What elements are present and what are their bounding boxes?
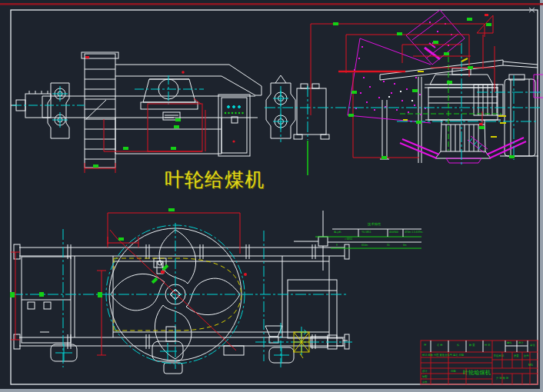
view-cross-section <box>265 10 543 175</box>
cad-drawing-canvas <box>0 0 543 392</box>
param-table-caption: 技术特性 <box>368 222 381 225</box>
titleblock-mass-label: 质量 <box>514 354 519 357</box>
titleblock-header-cell: 单件 <box>507 341 512 344</box>
cad-viewport[interactable]: 叶轮给煤机 技术特性 电动机 Y0-5851 400/600 470m 1.5-… <box>0 0 543 392</box>
titleblock-scale-label: 比例 <box>524 354 529 357</box>
param-cell: 55 <box>387 244 390 246</box>
param-cell: 470m 1.5-637m³ <box>405 231 423 233</box>
titleblock-header-cell: 总计 <box>518 341 524 344</box>
title-block-grid <box>421 341 538 384</box>
titleblock-date-label: 日期 <box>451 370 456 372</box>
titleblock-product-name: 叶轮给煤机 <box>463 370 491 376</box>
param-cell: 8 <box>336 244 338 246</box>
titleblock-sheet-info: 共 张 第 张 <box>496 377 508 379</box>
view-plan <box>10 208 352 374</box>
titleblock-header-cell: 备注 <box>530 344 535 346</box>
view-side-elevation <box>11 52 262 173</box>
titleblock-field-label: 审核 <box>422 380 428 383</box>
titleblock-header-cell: 名 称 <box>437 344 443 346</box>
param-cell: 400/600 <box>389 231 398 233</box>
titleblock-header-cell: 数 量 <box>469 344 475 346</box>
titleblock-revision-row: 标记 处数 分区 更改文件号 签名 日期 <box>422 354 464 356</box>
titleblock-stage-label: 阶段标记 <box>494 354 504 357</box>
titleblock-scale-value: M5 <box>528 363 533 366</box>
param-cell: ≈ 6351 <box>345 238 352 240</box>
border-frame <box>0 3 543 384</box>
param-cell: 650m <box>361 244 368 246</box>
titleblock-header-cell: 件 <box>457 344 459 346</box>
titleblock-header-cell: 材 料 <box>485 344 491 346</box>
titleblock-field-label: 制图 <box>422 375 428 377</box>
param-cell: Y0-5851 <box>361 231 371 233</box>
drawing-title: 叶轮给煤机 <box>165 170 265 189</box>
titleblock-header-cell: 序 <box>424 344 426 346</box>
titleblock-field-label: 设计 <box>422 370 428 372</box>
param-cell: 6m <box>403 244 407 246</box>
param-cell: 电动机 <box>334 231 341 233</box>
